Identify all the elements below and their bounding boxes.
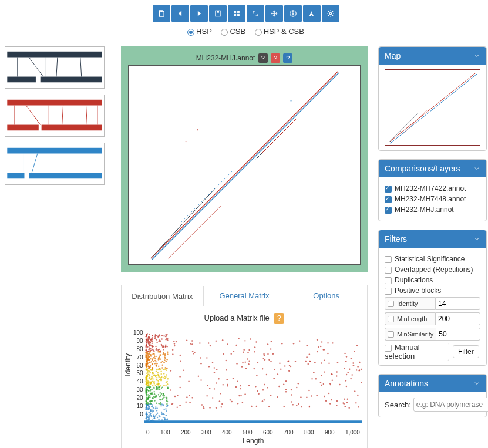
toolbar-grid-icon[interactable] [228,5,245,22]
toolbar-fit-icon[interactable] [247,5,264,22]
toolbar-gear-icon[interactable] [322,5,339,22]
svg-point-397 [146,349,147,351]
svg-point-702 [180,355,181,356]
svg-point-562 [157,369,159,370]
svg-line-39 [151,188,215,258]
identity-label[interactable]: Identity [385,297,435,310]
badge-3[interactable]: ? [283,53,292,63]
svg-point-11 [329,12,332,15]
radio-hsp[interactable]: HSP [187,27,212,36]
svg-point-732 [278,386,280,387]
manual-selection[interactable]: Manual selection [385,343,449,361]
tab-general-matrix[interactable]: General Matrix [204,285,286,306]
svg-point-612 [146,415,147,416]
panel-filters-header[interactable]: Filters [379,230,486,248]
svg-point-107 [152,389,153,390]
svg-point-832 [308,363,309,365]
panel-comparisons-header[interactable]: Comparisons/Layers [379,160,486,177]
svg-point-633 [146,360,147,361]
minlength-label[interactable]: MinLength [385,312,435,325]
svg-point-809 [226,360,227,361]
svg-point-754 [354,351,355,352]
svg-point-867 [207,385,208,386]
svg-point-214 [154,360,156,361]
radio-hsp-csb[interactable]: HSP & CSB [255,27,304,36]
svg-point-537 [163,414,164,415]
svg-point-638 [152,335,153,336]
minimap[interactable] [385,69,480,146]
svg-point-494 [146,393,147,395]
thumbnail-3[interactable] [5,143,105,185]
toolbar-info-icon[interactable] [284,5,302,22]
svg-point-681 [328,393,329,394]
toolbar-next-icon[interactable] [190,5,208,22]
badge-1[interactable]: ? [258,53,268,63]
svg-point-743 [247,352,248,353]
svg-point-260 [163,393,164,394]
minsim-input[interactable] [436,328,480,341]
svg-point-687 [313,372,314,373]
tab-options[interactable]: Options [285,285,367,306]
filter-button[interactable]: Filter [453,345,479,358]
svg-point-127 [148,390,149,391]
svg-point-875 [191,340,193,341]
svg-point-813 [288,361,289,362]
svg-point-551 [148,373,149,375]
svg-point-399 [151,420,152,421]
layer-item[interactable]: MH232-MHJ.annot [385,206,480,214]
svg-point-864 [331,399,332,400]
svg-point-763 [270,361,271,362]
svg-point-670 [283,406,284,407]
layer-item[interactable]: MH232-MH7448.annot [385,195,480,203]
badge-2[interactable]: ? [271,53,280,63]
filter-flag[interactable]: Statistical Significance [385,255,480,263]
svg-point-747 [240,385,241,386]
svg-point-314 [166,338,167,339]
svg-point-275 [153,415,154,416]
svg-point-824 [350,378,351,379]
svg-point-861 [336,375,337,376]
svg-point-331 [160,421,161,422]
svg-point-436 [166,406,167,407]
svg-point-587 [146,346,147,348]
thumbnail-1[interactable] [5,46,105,89]
toolbar-prev-icon[interactable] [171,5,189,22]
toolbar-move-icon[interactable] [265,5,283,22]
svg-point-499 [150,410,151,411]
radio-csb[interactable]: CSB [221,27,245,36]
filter-flag[interactable]: Positive blocks [385,287,480,295]
svg-point-845 [251,406,252,407]
svg-point-313 [152,397,153,398]
tab-distribution-matrix[interactable]: Distribution Matrix [122,286,204,306]
layer-item[interactable]: MH232-MH7422.annot [385,184,480,193]
svg-point-557 [160,355,161,356]
toolbar-font-icon[interactable]: A [303,5,321,22]
thumbnail-2[interactable] [5,95,105,137]
svg-point-769 [291,389,292,390]
svg-point-825 [227,384,228,385]
filter-flag[interactable]: Duplications [385,276,480,284]
panel-annotations-header[interactable]: Annotations [379,375,486,392]
distribution-chart[interactable]: 1009080706050403020100 Identity 01002003… [126,329,362,445]
svg-point-719 [361,369,362,370]
svg-point-624 [161,344,162,345]
panel-map-header[interactable]: Map [379,47,486,65]
svg-point-622 [146,383,147,385]
minlength-input[interactable] [435,312,480,325]
toolbar-floppy-icon[interactable] [209,5,227,22]
svg-point-800 [293,343,294,344]
filter-flag[interactable]: Overlapped (Repetitions) [385,265,480,274]
svg-point-779 [329,403,331,404]
search-input[interactable] [413,398,488,412]
svg-point-819 [185,402,186,403]
svg-point-841 [324,349,325,350]
toolbar-save-icon[interactable] [153,5,170,22]
svg-point-366 [163,362,164,363]
svg-point-650 [277,373,278,375]
help-icon[interactable]: ? [274,313,284,324]
svg-point-607 [150,400,152,402]
identity-input[interactable] [435,297,480,310]
minsim-label[interactable]: MinSimilarity [385,328,436,341]
svg-point-852 [285,380,287,382]
dotplot-canvas[interactable] [128,65,361,265]
